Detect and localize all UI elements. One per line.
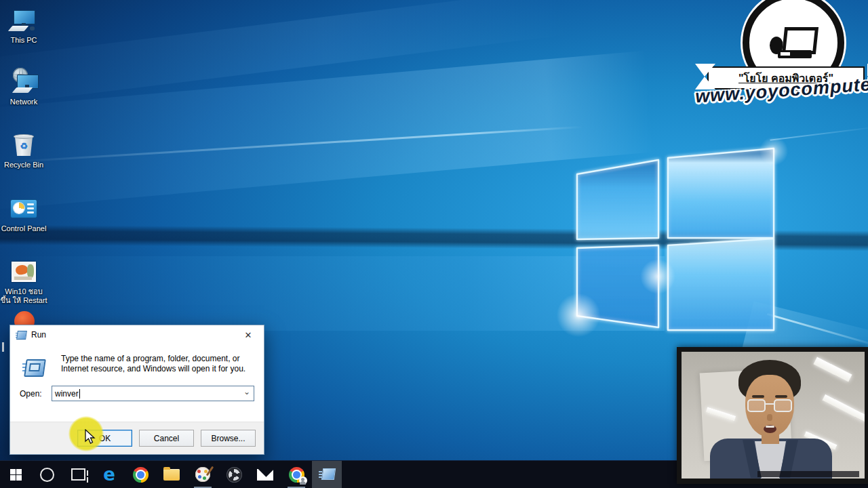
light-flare: [758, 136, 789, 167]
desktop-icon-this-pc[interactable]: This PC: [0, 7, 47, 45]
light-beam: [0, 0, 570, 109]
presenter-person: [682, 352, 865, 479]
windows-start-icon: [10, 469, 22, 481]
paint-icon: [195, 467, 210, 482]
chevron-down-icon[interactable]: ⌄: [243, 387, 250, 396]
chrome-profile-button[interactable]: [281, 461, 312, 488]
file-explorer-button[interactable]: [156, 461, 187, 488]
desktop-icon-label: Network: [10, 98, 37, 106]
obscured-desktop-fragment: [2, 342, 4, 352]
desktop-icon-label: Win10 ชอบขึ้น ให้ Restart: [0, 287, 47, 305]
run-dialog-titlebar[interactable]: Run ✕: [10, 325, 264, 344]
run-window-icon: [319, 468, 335, 481]
open-input[interactable]: winver ⌄: [52, 386, 254, 401]
run-taskbar-button[interactable]: [312, 461, 342, 488]
cortana-icon: [40, 468, 54, 482]
start-button[interactable]: [0, 461, 31, 488]
dark-band: [0, 225, 868, 251]
control-panel-icon: [9, 195, 38, 222]
light-beam: [0, 51, 654, 211]
cortana-search-button[interactable]: [31, 461, 62, 488]
text-caret: [79, 389, 80, 399]
run-dialog-description: Type the name of a program, folder, docu…: [61, 354, 266, 374]
close-icon[interactable]: ✕: [238, 327, 258, 342]
desktop-icon-network[interactable]: Network: [0, 68, 47, 106]
cancel-button[interactable]: Cancel: [139, 430, 194, 447]
light-flare: [640, 256, 675, 297]
chrome-button[interactable]: [125, 461, 156, 488]
glasses: [747, 399, 792, 413]
desktop-icon-label: This PC: [10, 36, 37, 45]
run-icon: [16, 331, 26, 340]
ok-button[interactable]: OK: [77, 430, 132, 447]
desktop-icon-control-panel[interactable]: Control Panel: [0, 195, 47, 233]
recycle-bin-icon: ♻: [9, 131, 38, 159]
task-view-icon: [71, 468, 85, 481]
video-watermark-bar: [757, 471, 859, 477]
desktop-icon-label: Recycle Bin: [4, 161, 43, 169]
open-input-value: winver: [55, 389, 79, 399]
folder-icon: [163, 469, 180, 481]
run-dialog-icon: [22, 358, 45, 378]
light-beam: [1, 126, 583, 163]
task-view-button[interactable]: [62, 461, 94, 488]
edge-icon: e: [103, 466, 115, 483]
run-dialog-title: Run: [31, 330, 238, 340]
obs-studio-button[interactable]: [218, 461, 250, 488]
light-beam: [0, 256, 665, 331]
desktop-screen: "โยโย คอมพิวเตอร์" www.yoyocomputer.com …: [0, 0, 868, 488]
edge-button[interactable]: e: [94, 461, 125, 488]
mail-icon: [257, 469, 273, 481]
obs-studio-icon: [226, 467, 242, 483]
light-beam: [770, 126, 868, 140]
light-flare: [555, 291, 602, 339]
webcam-video: [682, 352, 865, 479]
run-dialog-footer: OK Cancel Browse...: [10, 422, 264, 454]
yoyocomputer-logo: "โยโย คอมพิวเตอร์" www.yoyocomputer.com: [702, 0, 868, 125]
browse-button[interactable]: Browse...: [201, 430, 256, 447]
run-dialog: Run ✕ Type the name of a program, folder…: [9, 325, 264, 455]
mail-button[interactable]: [250, 461, 281, 488]
person-face: [745, 375, 794, 437]
desktop-icon-win10-restart[interactable]: Win10 ชอบขึ้น ให้ Restart: [0, 258, 47, 305]
chrome-profile-icon: [289, 467, 304, 483]
light-beam: [767, 313, 868, 348]
this-pc-icon: [9, 7, 38, 34]
webcam-overlay: [677, 347, 868, 484]
chrome-icon: [133, 467, 149, 483]
paint-button[interactable]: [187, 461, 218, 488]
image-file-icon: [9, 258, 38, 285]
open-label: Open:: [20, 389, 52, 399]
network-icon: [9, 68, 38, 96]
person-badge-icon: [299, 476, 307, 485]
desktop-icon-label: Control Panel: [1, 224, 47, 233]
desktop-icon-recycle-bin[interactable]: ♻ Recycle Bin: [0, 131, 47, 169]
